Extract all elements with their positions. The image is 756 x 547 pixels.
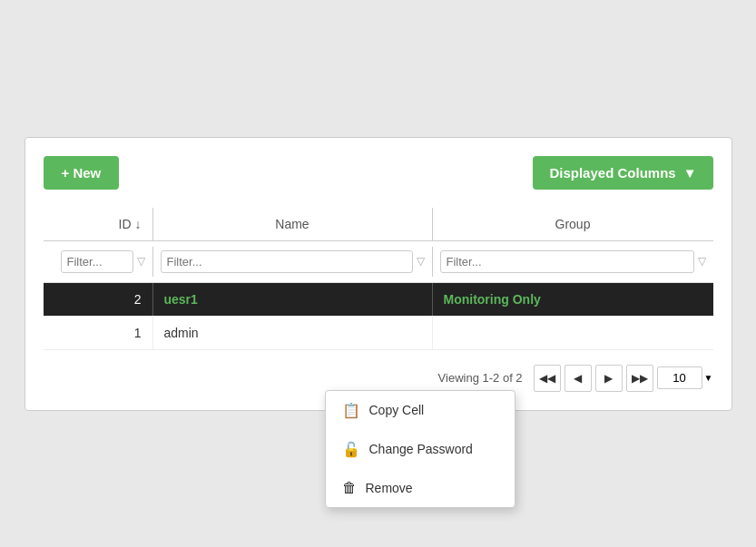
last-page-button[interactable]: ▶▶ xyxy=(626,365,653,392)
next-page-button[interactable]: ▶ xyxy=(595,365,623,392)
column-header-name[interactable]: Name xyxy=(152,208,433,240)
main-card: + New Displayed Columns ▼ ID ↓ Name Grou… xyxy=(25,137,732,411)
lock-icon: 🔓 xyxy=(342,441,360,458)
per-page-wrapper: 10 25 50 100 ▼ xyxy=(657,366,713,389)
row2-id: 1 xyxy=(44,317,152,349)
displayed-columns-label: Displayed Columns xyxy=(549,165,675,181)
group-filter-cell: ▽ xyxy=(433,247,713,277)
name-column-label: Name xyxy=(275,217,309,231)
copy-icon: 📋 xyxy=(342,402,360,419)
copy-cell-label: Copy Cell xyxy=(369,403,425,417)
per-page-arrow-icon: ▼ xyxy=(704,373,713,383)
id-filter-input[interactable] xyxy=(61,250,133,273)
first-page-button[interactable]: ◀◀ xyxy=(534,365,561,392)
name-filter-input[interactable] xyxy=(161,250,413,273)
name-filter-icon: ▽ xyxy=(417,255,425,268)
column-header-id[interactable]: ID ↓ xyxy=(44,208,152,240)
row1-id: 2 xyxy=(44,283,152,316)
row2-name: admin xyxy=(152,317,433,349)
per-page-select[interactable]: 10 25 50 100 xyxy=(657,366,702,389)
row1-group: Monitoring Only xyxy=(433,283,713,316)
table-header: ID ↓ Name Group xyxy=(44,208,713,241)
remove-label: Remove xyxy=(366,481,413,495)
row1-name: uesr1 xyxy=(152,283,433,316)
name-filter-cell: ▽ xyxy=(152,247,433,277)
group-column-label: Group xyxy=(555,217,591,231)
toolbar: + New Displayed Columns ▼ xyxy=(44,156,713,190)
sort-icon: ↓ xyxy=(135,217,142,231)
pagination-text: Viewing 1-2 of 2 xyxy=(438,371,523,385)
context-menu-copy-cell[interactable]: 📋 Copy Cell xyxy=(326,391,515,430)
table-row[interactable]: 2 uesr1 Monitoring Only xyxy=(44,283,713,317)
group-filter-icon: ▽ xyxy=(698,255,706,268)
change-password-label: Change Password xyxy=(369,442,473,456)
context-menu-change-password[interactable]: 🔓 Change Password xyxy=(326,430,515,469)
trash-icon: 🗑 xyxy=(342,480,357,496)
group-filter-input[interactable] xyxy=(440,250,694,273)
id-filter-icon: ▽ xyxy=(137,255,145,268)
id-column-label: ID xyxy=(119,217,132,231)
prev-page-button[interactable]: ◀ xyxy=(565,365,592,392)
id-filter-cell: ▽ xyxy=(44,247,152,277)
displayed-columns-button[interactable]: Displayed Columns ▼ xyxy=(533,156,712,190)
row2-group xyxy=(433,317,713,349)
context-menu-remove[interactable]: 🗑 Remove xyxy=(326,469,515,507)
context-menu: 📋 Copy Cell 🔓 Change Password 🗑 Remove xyxy=(325,390,515,508)
table-row[interactable]: 1 admin xyxy=(44,317,713,350)
column-header-group[interactable]: Group xyxy=(433,208,713,240)
dropdown-arrow-icon: ▼ xyxy=(683,165,697,181)
new-button[interactable]: + New xyxy=(44,156,120,190)
filter-row: ▽ ▽ ▽ xyxy=(44,241,713,283)
pagination: Viewing 1-2 of 2 ◀◀ ◀ ▶ ▶▶ 10 25 50 100 … xyxy=(44,365,713,392)
